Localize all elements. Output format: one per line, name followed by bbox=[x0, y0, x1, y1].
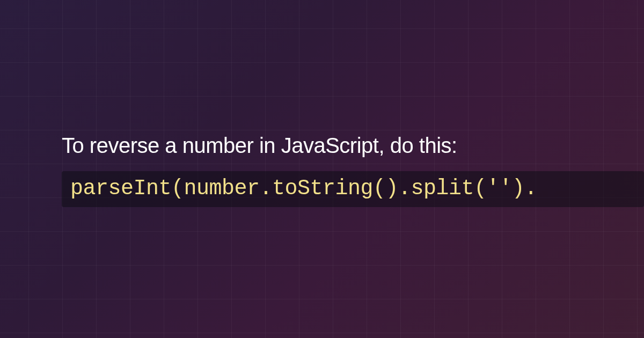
content-container: To reverse a number in JavaScript, do th… bbox=[0, 0, 644, 338]
code-text: parseInt(number.toString().split(''). bbox=[70, 177, 537, 201]
code-block: parseInt(number.toString().split(''). bbox=[62, 171, 644, 207]
description-text: To reverse a number in JavaScript, do th… bbox=[62, 131, 644, 159]
